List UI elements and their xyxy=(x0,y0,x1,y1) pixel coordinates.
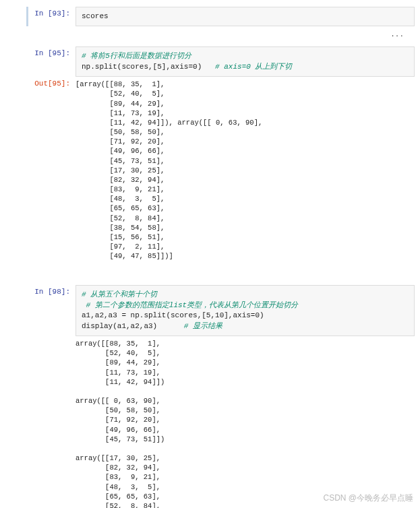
output-text-98: array([[88, 35, 1], [52, 40, 5], [89, 44… xyxy=(76,336,415,508)
truncation-ellipsis: ... xyxy=(28,26,415,40)
output-text-95: [array([[88, 35, 1], [52, 40, 5], [89, 4… xyxy=(76,77,415,263)
code-input-98[interactable]: # 从第五个和第十个切 # 第二个参数的范围指定list类型，代表从第几个位置开… xyxy=(76,285,415,336)
prompt-in-98: In [98]: xyxy=(28,285,76,298)
prompt-out-95: Out[95]: xyxy=(28,77,76,90)
code-cell-95[interactable]: In [95]: # 将前5行和后面是数据进行切分 np.split(score… xyxy=(28,46,415,77)
prompt-in-95: In [95]: xyxy=(28,46,76,60)
comment: # 显示结果 xyxy=(157,322,222,330)
code-input-95[interactable]: # 将前5行和后面是数据进行切分 np.split(scores,[5],axi… xyxy=(76,46,415,77)
comment: # 将前5行和后面是数据进行切分 xyxy=(82,52,191,60)
code-cell-98[interactable]: In [98]: # 从第五个和第十个切 # 第二个参数的范围指定list类型，… xyxy=(28,285,415,336)
comment: # axis=0 从上到下切 xyxy=(202,63,292,71)
prompt-empty: . xyxy=(28,336,76,350)
comment: # 第二个参数的范围指定list类型，代表从第几个位置开始切分 xyxy=(82,301,298,309)
code-text: a1,a2,a3 = np.split(scores,[5,10],axis=0… xyxy=(82,311,264,319)
watermark-text: CSDN @今晚务必早点睡 xyxy=(323,493,413,504)
output-cell-98: . array([[88, 35, 1], [52, 40, 5], [89, … xyxy=(28,336,415,508)
comment: # 从第五个和第十个切 xyxy=(82,290,157,298)
output-cell-95: Out[95]: [array([[88, 35, 1], [52, 40, 5… xyxy=(28,77,415,263)
code-text: display(a1,a2,a3) xyxy=(82,322,157,330)
code-cell-93[interactable]: In [93]: scores xyxy=(26,7,415,26)
code-input-93[interactable]: scores xyxy=(76,7,415,26)
prompt-in-93: In [93]: xyxy=(28,7,76,20)
code-text: np.split(scores,[5],axis=0) xyxy=(82,63,202,71)
